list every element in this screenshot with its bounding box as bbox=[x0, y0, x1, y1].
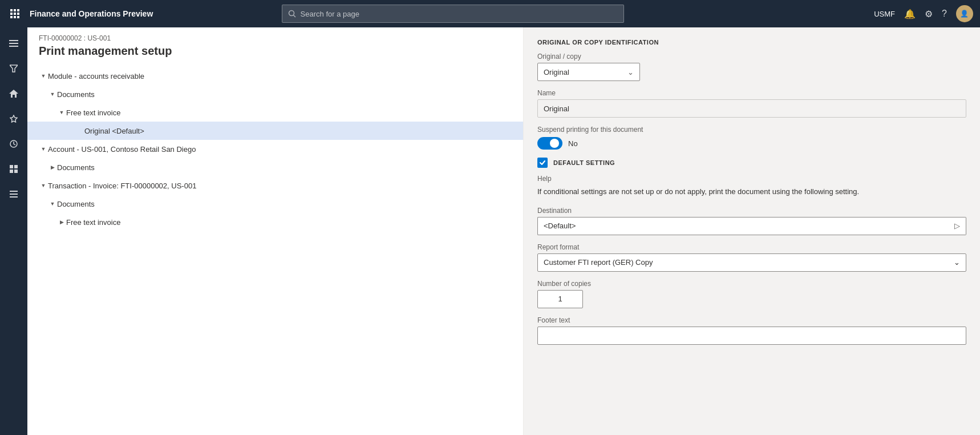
user-avatar[interactable]: 👤 bbox=[956, 5, 973, 22]
tree-toggle-transaction[interactable]: ▼ bbox=[39, 181, 48, 190]
settings-icon[interactable]: ⚙ bbox=[925, 9, 933, 19]
svg-rect-6 bbox=[10, 16, 13, 18]
tree-item-account[interactable]: ▼ Account - US-001, Contoso Retail San D… bbox=[27, 140, 523, 158]
tree-item-free-text[interactable]: ▼ Free text invoice bbox=[27, 103, 523, 122]
tree-item-free-text2[interactable]: ▶ Free text invoice bbox=[27, 213, 523, 231]
notification-icon[interactable]: 🔔 bbox=[904, 9, 916, 19]
footer-text-field: Footer text bbox=[537, 316, 966, 345]
sidebar-filter-icon[interactable] bbox=[2, 57, 25, 80]
svg-rect-0 bbox=[10, 9, 13, 11]
right-panel: ORIGINAL OR COPY IDENTIFICATION Original… bbox=[524, 27, 980, 435]
name-field: Name Original bbox=[537, 89, 966, 118]
svg-rect-22 bbox=[10, 191, 18, 192]
report-format-label: Report format bbox=[537, 243, 966, 251]
tree-item-module[interactable]: ▼ Module - accounts receivable bbox=[27, 67, 523, 85]
name-label: Name bbox=[537, 89, 966, 97]
svg-line-10 bbox=[293, 15, 295, 18]
svg-rect-4 bbox=[14, 13, 16, 15]
tree-toggle-documents2[interactable]: ▶ bbox=[48, 163, 57, 172]
sidebar-home-icon[interactable] bbox=[2, 82, 25, 105]
name-value: Original bbox=[537, 99, 966, 118]
sidebar-workspace-icon[interactable] bbox=[2, 158, 25, 180]
tree-item-documents1[interactable]: ▼ Documents bbox=[27, 85, 523, 103]
help-text: If conditional settings are not set up o… bbox=[537, 186, 966, 198]
report-format-chevron: ⌄ bbox=[954, 258, 960, 267]
svg-rect-21 bbox=[14, 170, 18, 173]
suspend-toggle-row: No bbox=[537, 137, 966, 150]
left-panel: FTI-00000002 : US-001 Print management s… bbox=[27, 27, 524, 435]
svg-rect-19 bbox=[14, 165, 18, 168]
tree-item-original-default[interactable]: Original <Default> bbox=[27, 122, 523, 140]
app-title: Finance and Operations Preview bbox=[30, 9, 153, 18]
tree-toggle-documents3[interactable]: ▼ bbox=[48, 199, 57, 208]
original-copy-select[interactable]: Original ⌄ bbox=[537, 63, 640, 81]
help-icon[interactable]: ? bbox=[942, 9, 947, 19]
original-copy-section-title: ORIGINAL OR COPY IDENTIFICATION bbox=[537, 39, 966, 46]
apps-button[interactable] bbox=[7, 6, 23, 22]
svg-rect-7 bbox=[14, 16, 16, 18]
copies-field: Number of copies 1 bbox=[537, 280, 966, 308]
tree-toggle-module[interactable]: ▼ bbox=[39, 71, 48, 80]
search-placeholder: Search for a page bbox=[301, 10, 359, 18]
tree-label-documents1: Documents bbox=[57, 90, 95, 99]
svg-rect-23 bbox=[10, 194, 18, 195]
svg-rect-8 bbox=[17, 16, 19, 18]
toggle-thumb bbox=[550, 139, 559, 148]
tree-item-documents2[interactable]: ▶ Documents bbox=[27, 158, 523, 176]
suspend-label: Suspend printing for this document bbox=[537, 126, 966, 134]
sidebar-modules-icon[interactable] bbox=[2, 183, 25, 206]
tree-label-free-text: Free text invoice bbox=[66, 108, 120, 117]
svg-point-9 bbox=[289, 11, 294, 16]
tree-item-documents3[interactable]: ▼ Documents bbox=[27, 195, 523, 213]
search-icon bbox=[288, 10, 296, 18]
tree-label-documents3: Documents bbox=[57, 200, 95, 208]
tree-toggle-original-default bbox=[75, 126, 84, 135]
sidebar-menu-icon[interactable] bbox=[2, 32, 25, 55]
tree-toggle-free-text[interactable]: ▼ bbox=[57, 108, 66, 117]
svg-rect-3 bbox=[10, 13, 13, 15]
report-format-field: Report format Customer FTI report (GER) … bbox=[537, 243, 966, 272]
tree-label-transaction: Transaction - Invoice: FTI-00000002, US-… bbox=[48, 182, 196, 190]
original-copy-value: Original bbox=[544, 68, 569, 76]
footer-text-label: Footer text bbox=[537, 316, 966, 324]
report-format-select[interactable]: Customer FTI report (GER) Copy ⌄ bbox=[537, 253, 966, 272]
left-sidebar bbox=[0, 27, 27, 435]
default-setting-checkbox[interactable] bbox=[537, 158, 548, 168]
company-selector[interactable]: USMF bbox=[874, 10, 895, 18]
svg-rect-11 bbox=[9, 40, 18, 41]
destination-input-group: <Default> ▷ bbox=[537, 217, 966, 235]
breadcrumb: FTI-00000002 : US-001 bbox=[39, 34, 512, 42]
svg-rect-24 bbox=[10, 196, 18, 198]
tree-label-original-default: Original <Default> bbox=[84, 127, 144, 135]
copies-input[interactable]: 1 bbox=[537, 290, 583, 308]
svg-rect-18 bbox=[10, 165, 13, 168]
tree-toggle-account[interactable]: ▼ bbox=[39, 144, 48, 154]
search-box[interactable]: Search for a page bbox=[282, 5, 624, 23]
tree-item-transaction[interactable]: ▼ Transaction - Invoice: FTI-00000002, U… bbox=[27, 176, 523, 195]
default-setting-section: DEFAULT SETTING bbox=[537, 158, 966, 168]
svg-rect-2 bbox=[17, 9, 19, 11]
original-copy-chevron: ⌄ bbox=[627, 68, 634, 76]
sidebar-favorites-icon[interactable] bbox=[2, 107, 25, 130]
suspend-toggle[interactable] bbox=[537, 137, 562, 150]
tree-toggle-documents1[interactable]: ▼ bbox=[48, 90, 57, 99]
sidebar-recent-icon[interactable] bbox=[2, 132, 25, 155]
tree-label-account: Account - US-001, Contoso Retail San Die… bbox=[48, 145, 196, 154]
destination-button[interactable]: ▷ bbox=[948, 217, 966, 235]
copies-label: Number of copies bbox=[537, 280, 966, 288]
footer-text-input[interactable] bbox=[537, 327, 966, 345]
destination-field: Destination <Default> ▷ bbox=[537, 207, 966, 235]
svg-rect-5 bbox=[17, 13, 19, 15]
topbar-right: USMF 🔔 ⚙ ? 👤 bbox=[874, 5, 973, 22]
suspend-toggle-label: No bbox=[568, 139, 578, 148]
default-setting-title: DEFAULT SETTING bbox=[553, 159, 615, 166]
tree-label-documents2: Documents bbox=[57, 163, 95, 172]
help-label: Help bbox=[537, 175, 966, 183]
svg-rect-13 bbox=[9, 46, 18, 47]
topbar: Finance and Operations Preview Search fo… bbox=[0, 0, 980, 27]
svg-rect-1 bbox=[14, 9, 16, 11]
tree-toggle-free-text2[interactable]: ▶ bbox=[57, 218, 66, 227]
destination-label: Destination bbox=[537, 207, 966, 215]
original-copy-label: Original / copy bbox=[537, 53, 966, 61]
destination-value[interactable]: <Default> bbox=[537, 217, 948, 235]
